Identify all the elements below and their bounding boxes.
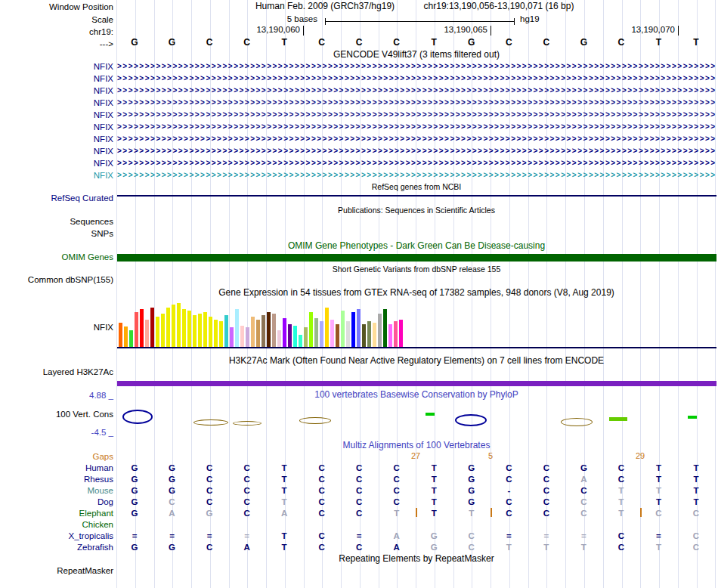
- gtex-bar[interactable]: [399, 320, 403, 347]
- gtex-bar[interactable]: [166, 308, 170, 347]
- gtex-bar[interactable]: [135, 312, 138, 347]
- gtex-bar[interactable]: [172, 305, 175, 347]
- refseq-curated-exon[interactable]: [117, 195, 716, 197]
- gene-row-nfix[interactable]: >>>>>>>>>>>>>>>>>>>>>>>>>>>>>>>>>>>>>>>>…: [117, 170, 716, 181]
- gtex-bar[interactable]: [272, 314, 276, 347]
- gene-row-nfix[interactable]: >>>>>>>>>>>>>>>>>>>>>>>>>>>>>>>>>>>>>>>>…: [117, 61, 716, 72]
- gtex-bar[interactable]: [246, 327, 249, 347]
- gtex-bar[interactable]: [336, 324, 339, 347]
- gtex-bar[interactable]: [214, 320, 218, 347]
- gtex-bar[interactable]: [150, 308, 154, 347]
- gtex-bar[interactable]: [288, 324, 292, 347]
- track-label-nfix[interactable]: NFIX: [0, 110, 113, 120]
- gtex-bar[interactable]: [325, 308, 329, 347]
- gtex-bar[interactable]: [293, 326, 297, 347]
- gtex-bar[interactable]: [267, 312, 271, 347]
- gene-row-nfix[interactable]: >>>>>>>>>>>>>>>>>>>>>>>>>>>>>>>>>>>>>>>>…: [117, 85, 716, 96]
- gene-row-nfix[interactable]: >>>>>>>>>>>>>>>>>>>>>>>>>>>>>>>>>>>>>>>>…: [117, 146, 716, 156]
- gtex-bar[interactable]: [357, 309, 361, 347]
- gtex-bar[interactable]: [346, 321, 350, 347]
- gene-row-nfix[interactable]: >>>>>>>>>>>>>>>>>>>>>>>>>>>>>>>>>>>>>>>>…: [117, 97, 716, 108]
- gene-row-nfix[interactable]: >>>>>>>>>>>>>>>>>>>>>>>>>>>>>>>>>>>>>>>>…: [117, 122, 716, 132]
- track-label-nfix[interactable]: NFIX: [0, 146, 113, 156]
- gtex-bar[interactable]: [304, 327, 308, 347]
- gtex-bar[interactable]: [314, 318, 318, 347]
- gtex-bar[interactable]: [156, 317, 159, 347]
- gtex-bar[interactable]: [129, 330, 133, 347]
- gtex-bar[interactable]: [277, 330, 281, 347]
- gtex-bar[interactable]: [309, 312, 313, 347]
- track-label-x-tropicalis[interactable]: X_tropicalis: [0, 531, 113, 541]
- track-label-gaps[interactable]: Gaps: [0, 451, 113, 462]
- gtex-bar[interactable]: [251, 317, 255, 347]
- track-label-nfix[interactable]: NFIX: [0, 122, 113, 132]
- gtex-bar[interactable]: [383, 309, 387, 347]
- gtex-bar[interactable]: [230, 327, 234, 347]
- gtex-bar[interactable]: [140, 309, 144, 347]
- gtex-bar[interactable]: [203, 312, 207, 347]
- gtex-bar[interactable]: [182, 309, 186, 347]
- gtex-bar[interactable]: [299, 335, 302, 347]
- gtex-bar[interactable]: [283, 318, 286, 347]
- track-label-dog[interactable]: Dog: [0, 497, 113, 507]
- track-label-rhesus[interactable]: Rhesus: [0, 474, 113, 484]
- track-label-nfix[interactable]: NFIX: [0, 97, 113, 108]
- track-label-elephant[interactable]: Elephant: [0, 508, 113, 518]
- gtex-bar[interactable]: [119, 323, 122, 347]
- gtex-bar[interactable]: [256, 320, 260, 347]
- track-label-layered-h3k27ac[interactable]: Layered H3K27Ac: [0, 367, 113, 377]
- track-label-nfix[interactable]: NFIX: [0, 170, 113, 181]
- gene-row-nfix[interactable]: >>>>>>>>>>>>>>>>>>>>>>>>>>>>>>>>>>>>>>>>…: [117, 158, 716, 169]
- track-label-snps[interactable]: SNPs: [0, 228, 113, 239]
- gtex-bar[interactable]: [320, 321, 323, 347]
- gtex-bar[interactable]: [330, 320, 334, 347]
- gtex-bar[interactable]: [388, 324, 392, 347]
- gtex-bar[interactable]: [198, 314, 202, 347]
- track-label-sequences[interactable]: Sequences: [0, 216, 113, 227]
- track-label-zebrafish[interactable]: Zebrafish: [0, 542, 113, 552]
- gtex-bar[interactable]: [224, 315, 228, 347]
- gtex-bar[interactable]: [351, 312, 355, 347]
- gtex-bar[interactable]: [367, 321, 371, 347]
- track-label-refseq-curated[interactable]: RefSeq Curated: [0, 193, 113, 203]
- gtex-bar[interactable]: [378, 314, 382, 347]
- gtex-bar[interactable]: [187, 311, 191, 347]
- track-label-repeatmasker[interactable]: RepeatMasker: [0, 565, 113, 576]
- track-label-label: --->: [0, 39, 113, 49]
- gtex-baseline[interactable]: [117, 347, 716, 348]
- track-label-chicken[interactable]: Chicken: [0, 519, 113, 530]
- omim-genes-bar[interactable]: [117, 254, 716, 262]
- track-label-mouse[interactable]: Mouse: [0, 485, 113, 496]
- track-label-nfix[interactable]: NFIX: [0, 61, 113, 72]
- track-label-100-vert-cons[interactable]: 100 Vert. Cons: [0, 409, 113, 419]
- gtex-bar[interactable]: [341, 311, 345, 347]
- h3k27ac-bar[interactable]: [117, 381, 716, 386]
- track-label-nfix[interactable]: NFIX: [0, 73, 113, 84]
- track-label-common-dbsnp-155[interactable]: Common dbSNP(155): [0, 274, 113, 285]
- track-label-nfix[interactable]: NFIX: [0, 322, 113, 333]
- gtex-bar[interactable]: [240, 326, 244, 347]
- gtex-bar[interactable]: [177, 303, 181, 347]
- gtex-bar[interactable]: [394, 321, 398, 347]
- gtex-bar[interactable]: [362, 324, 366, 347]
- gene-row-nfix[interactable]: >>>>>>>>>>>>>>>>>>>>>>>>>>>>>>>>>>>>>>>>…: [117, 134, 716, 144]
- gene-row-nfix[interactable]: >>>>>>>>>>>>>>>>>>>>>>>>>>>>>>>>>>>>>>>>…: [117, 73, 716, 84]
- gtex-bar[interactable]: [161, 314, 165, 347]
- gtex-bar[interactable]: [124, 326, 128, 347]
- track-label-human[interactable]: Human: [0, 463, 113, 473]
- gtex-bar[interactable]: [235, 309, 239, 347]
- alignment-base-dog: G: [463, 497, 481, 507]
- gtex-bar[interactable]: [193, 315, 197, 347]
- gtex-bar[interactable]: [209, 317, 212, 347]
- track-label-nfix[interactable]: NFIX: [0, 85, 113, 96]
- gene-row-nfix[interactable]: >>>>>>>>>>>>>>>>>>>>>>>>>>>>>>>>>>>>>>>>…: [117, 110, 716, 120]
- track-label-omim-genes[interactable]: OMIM Genes: [0, 252, 113, 262]
- track-label-nfix[interactable]: NFIX: [0, 158, 113, 169]
- alignment-base-elephant: T: [612, 508, 630, 518]
- scale-ruler-line: [325, 21, 514, 22]
- gtex-bar[interactable]: [145, 320, 149, 347]
- gtex-bar[interactable]: [219, 321, 223, 347]
- gtex-bar[interactable]: [373, 323, 376, 347]
- gtex-bar[interactable]: [262, 315, 265, 347]
- track-label-nfix[interactable]: NFIX: [0, 134, 113, 144]
